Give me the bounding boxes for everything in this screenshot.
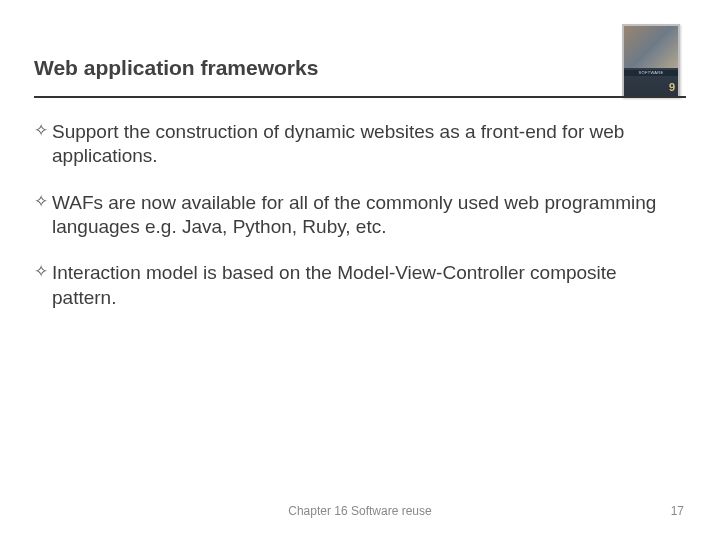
page-number: 17 (671, 504, 684, 518)
book-cover-title: SOFTWARE ENGINEERING (624, 70, 678, 76)
slide-body: ✧ Support the construction of dynamic we… (34, 120, 686, 332)
book-cover-photo (624, 26, 678, 68)
footer-chapter-label: Chapter 16 Software reuse (0, 504, 720, 518)
book-cover-thumbnail: SOFTWARE ENGINEERING 9 (622, 24, 680, 98)
diamond-bullet-icon: ✧ (34, 120, 52, 142)
title-divider (34, 96, 686, 98)
book-edition-number: 9 (669, 81, 675, 93)
diamond-bullet-icon: ✧ (34, 261, 52, 283)
bullet-item: ✧ WAFs are now available for all of the … (34, 191, 686, 240)
bullet-text: WAFs are now available for all of the co… (52, 191, 686, 240)
slide-title: Web application frameworks (34, 56, 318, 80)
bullet-text: Support the construction of dynamic webs… (52, 120, 686, 169)
bullet-item: ✧ Interaction model is based on the Mode… (34, 261, 686, 310)
diamond-bullet-icon: ✧ (34, 191, 52, 213)
slide: SOFTWARE ENGINEERING 9 Web application f… (0, 0, 720, 540)
bullet-item: ✧ Support the construction of dynamic we… (34, 120, 686, 169)
bullet-text: Interaction model is based on the Model-… (52, 261, 686, 310)
